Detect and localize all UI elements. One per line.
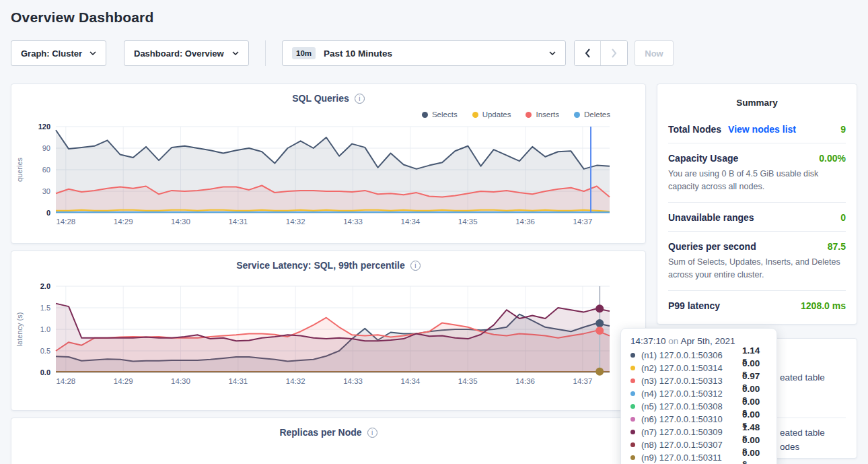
y-axis-tick-label: 120 [38, 123, 50, 131]
tooltip-series-dot-icon [630, 430, 635, 434]
x-axis-tick-label: 14:35 [458, 218, 478, 226]
summary-subtext: Sum of Selects, Updates, Inserts, and De… [668, 256, 846, 282]
tooltip-node-label: (n1) 127.0.0.1:50306 [641, 350, 742, 360]
summary-label: Capacity Usage [668, 153, 738, 164]
service-latency-chart[interactable]: 14:2814:2914:3014:3114:3214:3314:3414:35… [11, 281, 646, 390]
x-axis-tick-label: 14:33 [343, 377, 363, 385]
summary-row: Unavailable ranges0 [668, 203, 846, 231]
dashboard-dropdown-label: Dashboard: Overview [134, 48, 224, 59]
tooltip-series-dot-icon [630, 404, 635, 409]
legend-dot-icon [526, 112, 532, 118]
summary-row-top: Unavailable ranges0 [668, 212, 846, 223]
page-title: Overview Dashboard [11, 9, 868, 26]
x-axis-tick-label: 14:36 [515, 218, 535, 226]
tooltip-node-label: (n8) 127.0.0.1:50307 [641, 440, 742, 450]
chart-title: SQL Queries [292, 93, 349, 104]
graph-dropdown-label: Graph: Cluster [21, 48, 82, 59]
x-axis-tick-label: 14:28 [56, 377, 75, 385]
x-axis-tick-label: 14:30 [171, 377, 190, 385]
now-button[interactable]: Now [635, 40, 674, 66]
chevron-left-icon [584, 48, 591, 59]
chevron-down-icon [549, 51, 556, 55]
tooltip-node-label: (n7) 127.0.0.1:50309 [641, 427, 742, 437]
chart-title-row: Service Latency: SQL, 99th percentile i [11, 260, 645, 271]
summary-title: Summary [668, 98, 846, 108]
chart-title: Replicas per Node [279, 427, 361, 438]
tooltip-series-dot-icon [630, 366, 635, 370]
legend-item: Selects [422, 109, 458, 120]
y-axis-tick-label: 1.5 [40, 304, 50, 312]
toolbar-divider [265, 40, 266, 66]
hover-dot [595, 304, 604, 312]
overview-dashboard-page: Overview Dashboard Graph: Cluster Dashbo… [0, 9, 868, 464]
x-axis-tick-label: 14:28 [56, 218, 75, 226]
summary-row: Capacity Usage0.00%You are using 0 B of … [668, 143, 846, 202]
summary-row: P99 latency1208.0 ms [668, 291, 846, 319]
x-axis-tick-label: 14:30 [171, 218, 190, 226]
x-axis-tick-label: 14:33 [343, 218, 363, 226]
tooltip-node-label: (n5) 127.0.0.1:50308 [641, 401, 742, 411]
chart-legend: SelectsUpdatesInsertsDeletes [11, 109, 645, 120]
legend-label: Updates [482, 110, 511, 119]
summary-row: Queries per second87.5Sum of Selects, Up… [668, 232, 846, 290]
y-axis-tick-label: 60 [42, 166, 50, 174]
event-item-fragment: eated table [780, 372, 825, 383]
tooltip-rows: (n1) 127.0.0.1:503061.14 s(n2) 127.0.0.1… [630, 349, 767, 464]
summary-value: 0 [840, 212, 846, 223]
legend-label: Deletes [584, 110, 610, 119]
y-axis-tick-label: 0.5 [40, 347, 50, 355]
tooltip-series-dot-icon [630, 378, 635, 383]
next-range-button[interactable] [601, 41, 627, 65]
x-axis-tick-label: 14:32 [286, 377, 305, 385]
tooltip-node-label: (n2) 127.0.0.1:50314 [641, 363, 742, 373]
chart-title-row: Replicas per Node i [11, 427, 645, 438]
summary-value: 1208.0 ms [801, 300, 846, 311]
time-range-label: Past 10 Minutes [324, 48, 392, 59]
summary-link[interactable]: View nodes list [728, 124, 796, 135]
info-icon[interactable]: i [355, 94, 365, 104]
graph-dropdown[interactable]: Graph: Cluster [11, 40, 106, 66]
tooltip-date: Apr 5th, 2021 [680, 336, 735, 346]
summary-subtext: You are using 0 B of 4.5 GiB usable disk… [668, 168, 846, 194]
service-latency-chart-card: Service Latency: SQL, 99th percentile i … [11, 251, 646, 411]
x-axis-tick-label: 14:37 [573, 377, 593, 385]
legend-item: Updates [472, 109, 511, 120]
info-icon[interactable]: i [367, 428, 377, 438]
info-icon[interactable]: i [410, 261, 421, 271]
x-axis-tick-label: 14:36 [515, 377, 535, 385]
summary-row-top: Capacity Usage0.00% [668, 153, 846, 164]
summary-row-top: Total NodesView nodes list9 [668, 124, 846, 135]
y-axis-label: latency (s) [15, 312, 24, 347]
summary-row-top: Queries per second87.5 [668, 241, 846, 252]
tooltip-node-label: (n3) 127.0.0.1:50313 [641, 376, 742, 386]
summary-panel: Summary Total NodesView nodes list9Capac… [657, 84, 857, 325]
sql-queries-chart[interactable]: 14:2814:2914:3014:3114:3214:3314:3414:35… [11, 121, 646, 230]
chart-hover-tooltip: 14:37:10 on Apr 5th, 2021 (n1) 127.0.0.1… [620, 328, 777, 464]
y-axis-tick-label: 0 [46, 209, 50, 217]
summary-value: 9 [840, 124, 846, 135]
legend-label: Inserts [536, 110, 559, 119]
event-item-fragment: eated table [780, 428, 825, 438]
y-axis-tick-label: 0.0 [40, 368, 50, 376]
summary-row: Total NodesView nodes list9 [668, 114, 846, 143]
tooltip-series-dot-icon [630, 417, 635, 422]
legend-dot-icon [574, 112, 580, 118]
x-axis-tick-label: 14:29 [114, 377, 133, 385]
prev-range-button[interactable] [575, 41, 601, 65]
replicas-chart-card: Replicas per Node i [11, 418, 646, 464]
legend-dot-icon [422, 112, 428, 118]
tooltip-series-dot-icon [630, 391, 635, 396]
dashboard-dropdown[interactable]: Dashboard: Overview [124, 40, 249, 66]
summary-label: Total Nodes [668, 124, 721, 135]
summary-label: Unavailable ranges [668, 212, 754, 223]
tooltip-node-value: 0.00 s [742, 448, 767, 464]
hover-dot [595, 319, 604, 327]
time-range-dropdown[interactable]: 10m Past 10 Minutes [282, 40, 566, 66]
tooltip-node-label: (n6) 127.0.0.1:50310 [641, 414, 742, 424]
x-axis-tick-label: 14:31 [228, 218, 248, 226]
tooltip-row: (n9) 127.0.0.1:503110.00 s [630, 451, 767, 464]
tooltip-time: 14:37:10 [630, 336, 666, 346]
hover-dot [595, 368, 604, 376]
x-axis-tick-label: 14:37 [573, 218, 593, 226]
chart-title-row: SQL Queries i [11, 93, 645, 104]
